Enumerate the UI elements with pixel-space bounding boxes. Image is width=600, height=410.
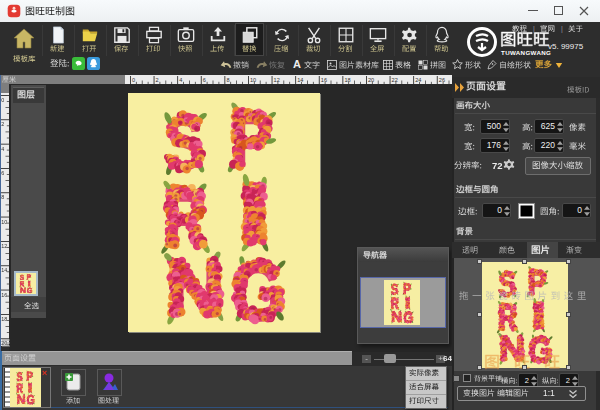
svg-text:12: 12 (274, 77, 280, 83)
svg-text:4: 4 (179, 77, 182, 83)
svg-text:10: 10 (1, 219, 7, 225)
svg-text:6: 6 (1, 170, 4, 176)
svg-text:0: 0 (1, 97, 4, 103)
svg-text:16: 16 (1, 292, 7, 298)
svg-text:4: 4 (1, 146, 4, 152)
svg-text:26: 26 (439, 77, 445, 83)
svg-text:22: 22 (392, 77, 398, 83)
svg-text:10: 10 (250, 77, 256, 83)
svg-text:14: 14 (1, 267, 7, 273)
svg-text:2: 2 (156, 77, 159, 83)
svg-text:14: 14 (297, 77, 303, 83)
svg-text:0: 0 (132, 77, 135, 83)
svg-text:6: 6 (203, 77, 206, 83)
svg-text:12: 12 (1, 243, 7, 249)
svg-text:8: 8 (1, 194, 4, 200)
svg-text:16: 16 (321, 77, 327, 83)
svg-text:24: 24 (415, 77, 421, 83)
svg-text:2: 2 (1, 121, 4, 127)
svg-text:18: 18 (1, 316, 7, 322)
svg-text:8: 8 (226, 77, 229, 83)
svg-text:20: 20 (368, 77, 374, 83)
svg-text:18: 18 (344, 77, 350, 83)
